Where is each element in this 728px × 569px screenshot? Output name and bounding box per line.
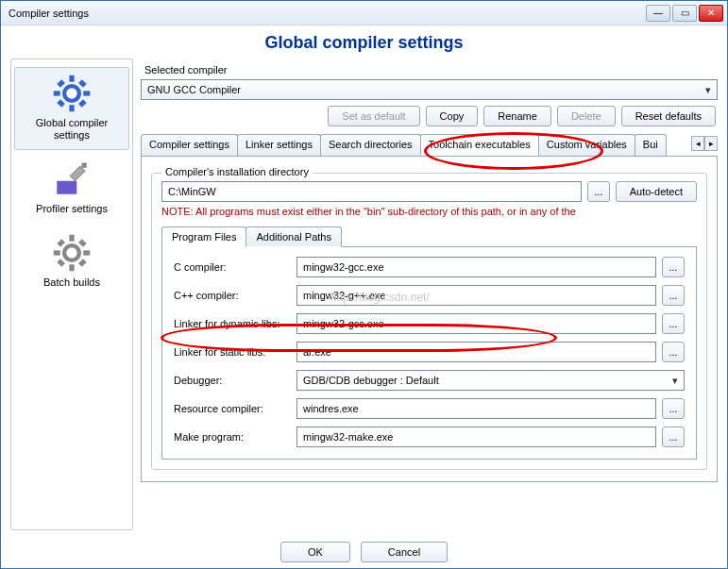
sidebar-item-batch[interactable]: Batch builds [11, 226, 132, 298]
browse-linker-static-button[interactable]: ... [662, 342, 685, 362]
browse-linker-dynamic-button[interactable]: ... [662, 313, 685, 334]
rename-button[interactable]: Rename [483, 106, 551, 126]
copy-button[interactable]: Copy [426, 106, 479, 126]
auto-detect-button[interactable]: Auto-detect [616, 181, 697, 202]
inner-tab-program-files[interactable]: Program Files [161, 226, 246, 247]
linker-dynamic-input[interactable]: mingw32-gcc.exe [296, 313, 656, 334]
sidebar-item-global-compiler[interactable]: Global compiler settings [14, 67, 129, 150]
svg-rect-14 [54, 250, 60, 255]
svg-rect-8 [78, 99, 87, 108]
row-cpp-compiler: C++ compiler: mingw32-g++.exe ... [174, 285, 685, 306]
compiler-select-value: GNU GCC Compiler [147, 84, 241, 95]
svg-rect-3 [54, 91, 60, 95]
sidebar-item-label: Batch builds [15, 276, 128, 289]
compiler-select[interactable]: GNU GCC Compiler [141, 79, 718, 100]
window-controls: — ▭ ✕ [646, 5, 723, 22]
svg-rect-17 [78, 239, 87, 247]
row-linker-static: Linker for static libs: ar.exe ... [174, 342, 685, 362]
svg-rect-13 [69, 264, 74, 271]
ok-button[interactable]: OK [280, 542, 350, 562]
cpp-compiler-label: C++ compiler: [174, 290, 296, 301]
sidebar-item-label: Global compiler settings [19, 117, 125, 142]
tab-compiler-settings[interactable]: Compiler settings [141, 134, 238, 156]
sidebar-item-label: Profiler settings [15, 203, 128, 215]
tab-panel: Compiler's installation directory C:\Min… [141, 156, 718, 482]
tab-scroll: ◂ ▸ [691, 136, 718, 151]
debugger-label: Debugger: [174, 375, 296, 386]
svg-rect-15 [83, 250, 90, 255]
dialog-buttons: OK Cancel [1, 530, 727, 569]
svg-rect-19 [78, 259, 87, 267]
svg-rect-16 [57, 239, 65, 247]
profiler-icon [52, 159, 92, 199]
tab-linker-settings[interactable]: Linker settings [237, 134, 321, 156]
selected-compiler-label: Selected compiler [144, 64, 718, 75]
tab-scroll-left[interactable]: ◂ [691, 136, 704, 151]
svg-rect-5 [57, 79, 65, 88]
tab-strip: Compiler settings Linker settings Search… [141, 134, 718, 156]
row-resource-compiler: Resource compiler: windres.exe ... [174, 398, 685, 419]
sidebar-item-profiler[interactable]: Profiler settings [11, 152, 132, 225]
linker-static-label: Linker for static libs: [174, 346, 296, 358]
install-dir-value: C:\MinGW [168, 186, 216, 197]
svg-rect-1 [69, 75, 74, 82]
row-debugger: Debugger: GDB/CDB debugger : Default [174, 370, 685, 391]
svg-rect-9 [57, 181, 76, 194]
browse-make-program-button[interactable]: ... [662, 427, 685, 447]
resource-compiler-label: Resource compiler: [174, 403, 296, 414]
set-default-button[interactable]: Set as default [328, 106, 419, 126]
install-dir-group: Compiler's installation directory C:\Min… [151, 173, 707, 470]
gear-icon [52, 74, 92, 113]
tab-search-directories[interactable]: Search directories [320, 134, 421, 156]
c-compiler-input[interactable]: mingw32-gcc.exe [296, 257, 656, 277]
svg-point-0 [64, 86, 79, 101]
row-c-compiler: C compiler: mingw32-gcc.exe ... [174, 257, 685, 277]
svg-rect-10 [82, 163, 87, 168]
page-title: Global compiler settings [1, 25, 727, 59]
titlebar: Compiler settings — ▭ ✕ [1, 1, 727, 25]
reset-defaults-button[interactable]: Reset defaults [621, 106, 716, 126]
svg-rect-18 [57, 259, 65, 267]
delete-button[interactable]: Delete [557, 106, 616, 126]
svg-point-11 [64, 245, 79, 260]
browse-c-compiler-button[interactable]: ... [662, 257, 685, 277]
main-area: Global compiler settings Profiler settin… [1, 59, 727, 530]
window-frame: Compiler settings — ▭ ✕ Global compiler … [0, 0, 728, 569]
make-program-label: Make program: [174, 431, 296, 443]
tab-toolchain-executables[interactable]: Toolchain executables [420, 134, 539, 156]
install-dir-input[interactable]: C:\MinGW [161, 181, 582, 202]
make-program-input[interactable]: mingw32-make.exe [296, 427, 656, 447]
sidebar: Global compiler settings Profiler settin… [10, 59, 133, 530]
cpp-compiler-input[interactable]: mingw32-g++.exe [296, 285, 656, 306]
svg-rect-2 [69, 105, 74, 111]
close-button[interactable]: ✕ [699, 5, 723, 22]
gear-icon [52, 233, 92, 273]
install-dir-group-title: Compiler's installation directory [161, 166, 313, 177]
svg-rect-12 [69, 234, 74, 241]
content: Selected compiler GNU GCC Compiler Set a… [141, 59, 718, 530]
debugger-select[interactable]: GDB/CDB debugger : Default [296, 370, 685, 391]
install-dir-note: NOTE: All programs must exist either in … [161, 206, 697, 217]
svg-rect-6 [78, 79, 87, 88]
maximize-button[interactable]: ▭ [672, 5, 697, 22]
svg-rect-4 [83, 91, 90, 95]
window-title: Compiler settings [5, 8, 646, 19]
svg-rect-7 [57, 99, 65, 108]
linker-dynamic-label: Linker for dynamic libs: [174, 318, 296, 329]
program-files-panel: C compiler: mingw32-gcc.exe ... C++ comp… [161, 246, 697, 460]
inner-tab-additional-paths[interactable]: Additional Paths [245, 226, 342, 247]
compiler-button-row: Set as default Copy Rename Delete Reset … [141, 106, 718, 126]
linker-static-input[interactable]: ar.exe [296, 342, 656, 362]
cancel-button[interactable]: Cancel [361, 542, 448, 562]
tab-build-options[interactable]: Bui [635, 134, 667, 156]
browse-resource-compiler-button[interactable]: ... [662, 398, 685, 419]
tab-custom-variables[interactable]: Custom variables [538, 134, 635, 156]
row-make-program: Make program: mingw32-make.exe ... [174, 427, 685, 447]
browse-cpp-compiler-button[interactable]: ... [662, 285, 685, 306]
tab-scroll-right[interactable]: ▸ [704, 136, 718, 151]
browse-install-dir-button[interactable]: ... [587, 181, 610, 202]
inner-tabs: Program Files Additional Paths [161, 226, 697, 247]
minimize-button[interactable]: — [646, 5, 670, 22]
row-linker-dynamic: Linker for dynamic libs: mingw32-gcc.exe… [174, 313, 685, 334]
resource-compiler-input[interactable]: windres.exe [296, 398, 656, 419]
